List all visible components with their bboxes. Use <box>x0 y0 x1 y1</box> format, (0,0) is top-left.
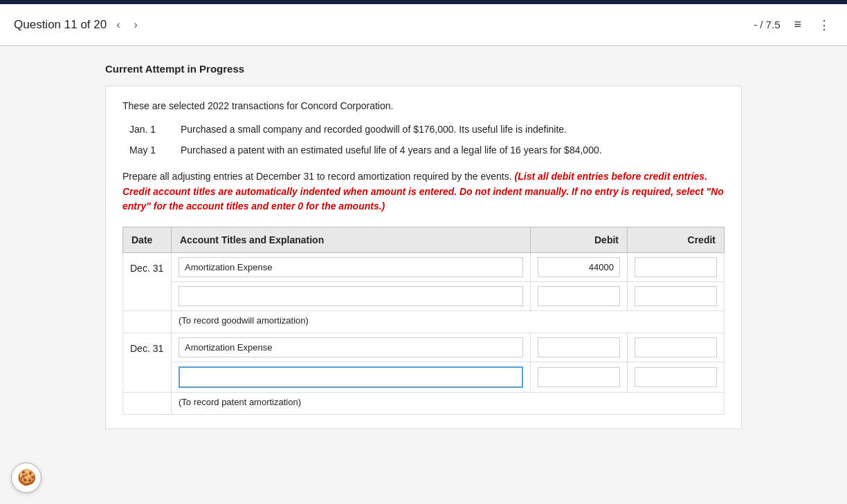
row2b-debit-input[interactable] <box>538 367 620 387</box>
row1b-credit-input[interactable] <box>635 286 717 306</box>
table-row-2-note: (To record patent amortization) <box>123 393 725 415</box>
question-label: Question 11 of 20 <box>14 18 107 32</box>
col-header-debit: Debit <box>531 227 628 253</box>
transactions-list: Jan. 1 Purchased a small company and rec… <box>129 124 725 156</box>
prev-button[interactable]: ‹ <box>112 16 124 34</box>
row2-account-field[interactable] <box>172 333 531 362</box>
instruction-text: Prepare all adjusting entries at Decembe… <box>122 169 725 214</box>
transaction-row-1: Jan. 1 Purchased a small company and rec… <box>129 124 725 135</box>
col-header-account: Account Titles and Explanation <box>172 227 531 253</box>
row2-account-input[interactable] <box>179 337 523 357</box>
list-icon-button[interactable]: ≡ <box>791 15 804 35</box>
current-attempt-label: Current Attempt in Progress <box>105 63 742 75</box>
row2-debit-field[interactable] <box>531 333 628 362</box>
table-row-1-note: (To record goodwill amortization) <box>123 311 725 333</box>
row1b-account-input[interactable] <box>179 286 523 306</box>
row2-note: (To record patent amortization) <box>172 393 725 415</box>
row2-credit-field[interactable] <box>628 333 725 362</box>
row1-account-input[interactable] <box>179 257 523 277</box>
row2b-credit-input[interactable] <box>635 367 717 387</box>
row1b-credit-field[interactable] <box>628 282 725 311</box>
row1-credit-field[interactable] <box>628 253 725 282</box>
more-icon-button[interactable]: ⋮ <box>815 15 833 35</box>
row1-debit-input[interactable] <box>538 257 620 277</box>
col-header-date: Date <box>123 227 172 253</box>
row2-credit-input[interactable] <box>635 337 717 357</box>
table-row-2a: Dec. 31 <box>123 333 725 362</box>
trans-desc-2: Purchased a patent with an estimated use… <box>181 144 602 156</box>
trans-date-2: May 1 <box>129 144 164 156</box>
row1-account-field[interactable] <box>172 253 531 282</box>
intro-text: These are selected 2022 transactions for… <box>122 100 725 111</box>
row2b-credit-field[interactable] <box>628 362 725 393</box>
instruction-plain: Prepare all adjusting entries at Decembe… <box>122 171 512 182</box>
row1-note-date-spacer <box>123 311 172 333</box>
row2-debit-input[interactable] <box>538 337 620 357</box>
transaction-row-2: May 1 Purchased a patent with an estimat… <box>129 144 725 156</box>
row2b-debit-field[interactable] <box>531 362 628 393</box>
row2-note-date-spacer <box>123 393 172 415</box>
header: Question 11 of 20 ‹ › - / 7.5 ≡ ⋮ <box>0 4 847 46</box>
table-row-1a: Dec. 31 <box>123 253 725 282</box>
score-label: - / 7.5 <box>754 19 780 30</box>
row1b-account-field[interactable] <box>172 282 531 311</box>
row1b-debit-input[interactable] <box>538 286 620 306</box>
row1-date: Dec. 31 <box>123 253 172 311</box>
row2b-account-field[interactable] <box>172 362 531 393</box>
col-header-credit: Credit <box>628 227 725 253</box>
row2-date: Dec. 31 <box>123 333 172 393</box>
journal-table: Date Account Titles and Explanation Debi… <box>122 227 725 415</box>
question-box: These are selected 2022 transactions for… <box>105 86 742 429</box>
row2b-account-input[interactable] <box>179 366 523 388</box>
row1-note: (To record goodwill amortization) <box>172 311 725 333</box>
table-row-2b <box>123 362 725 393</box>
row1-credit-input[interactable] <box>635 257 717 277</box>
next-button[interactable]: › <box>130 16 142 34</box>
trans-desc-1: Purchased a small company and recorded g… <box>181 124 567 135</box>
row1-debit-field[interactable] <box>531 253 628 282</box>
row1b-debit-field[interactable] <box>531 282 628 311</box>
trans-date-1: Jan. 1 <box>129 124 164 135</box>
table-row-1b <box>123 282 725 311</box>
